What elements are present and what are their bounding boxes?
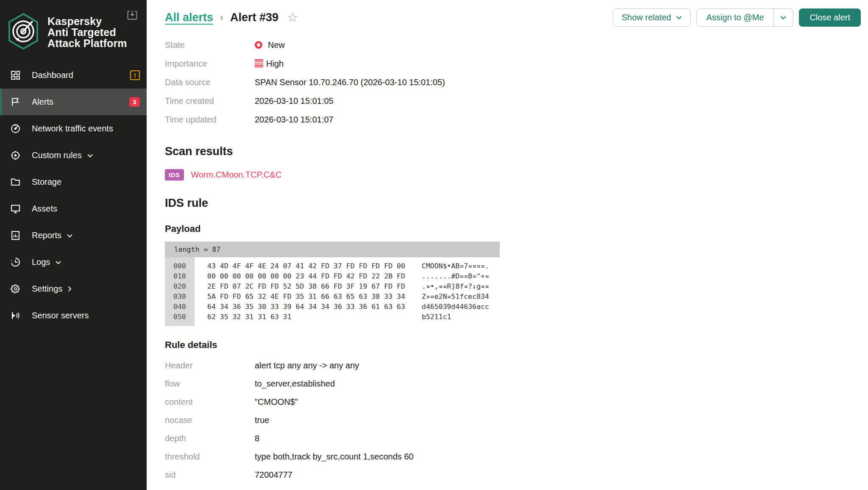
- topbar: All alerts › Alert #39 ☆ Show related As…: [165, 8, 861, 27]
- hex-offset: 050: [165, 313, 195, 321]
- payload-heading: Payload: [165, 223, 861, 234]
- hex-bytes: 00 00 00 00 00 00 00 23 44 FD FD 42 FD 2…: [195, 272, 422, 280]
- rule-value: type both,track by_src,count 1,seconds 6…: [255, 452, 414, 462]
- chevron-down-icon: [67, 234, 73, 238]
- rule-row-depth: depth 8: [165, 429, 861, 448]
- detail-label: Data source: [165, 78, 255, 87]
- detail-label: Time updated: [165, 115, 255, 125]
- payload-length-bar: length = 87: [165, 242, 500, 257]
- scan-results-heading: Scan results: [165, 145, 861, 158]
- rule-key: Header: [165, 361, 255, 370]
- sidebar-item-label: Sensor servers: [32, 311, 89, 320]
- rule-key: depth: [165, 434, 255, 443]
- scan-result-row: IDS Worm.CMoon.TCP.C&C: [165, 169, 861, 181]
- sidebar-item-label: Storage: [32, 177, 61, 187]
- flag-icon: [10, 96, 21, 108]
- show-related-button[interactable]: Show related: [613, 8, 691, 27]
- close-alert-button[interactable]: Close alert: [799, 8, 861, 27]
- sidebar-item-settings[interactable]: Settings: [0, 276, 147, 302]
- state-value: New: [268, 40, 285, 50]
- detail-row-updated: Time updated 2026-03-10 15:01:07: [165, 110, 861, 129]
- detail-value: 2026-03-10 15:01:05: [255, 96, 334, 106]
- hex-bytes: 2E FD 07 2C FD FD 52 5D 38 66 FD 3F 19 6…: [195, 282, 422, 290]
- chevron-right-icon: [67, 286, 72, 292]
- hex-ascii: b5211c1: [422, 313, 451, 321]
- detail-value: New: [255, 40, 285, 50]
- brand: Kaspersky Anti Targeted Attack Platform: [0, 0, 147, 52]
- sidebar-item-label: Alerts: [32, 97, 53, 107]
- rule-row-nocase: nocase true: [165, 411, 861, 429]
- sidebar-nav: Dashboard ! Alerts 3 Network traffic eve…: [0, 62, 147, 329]
- target-icon: [10, 150, 21, 161]
- download-icon[interactable]: [125, 8, 139, 22]
- rule-value: true: [255, 415, 269, 425]
- assign-to-me-button[interactable]: Assign to @Me: [697, 9, 773, 26]
- importance-value: High: [266, 59, 284, 69]
- scan-result-link[interactable]: Worm.CMoon.TCP.C&C: [191, 170, 282, 180]
- rule-value: 8: [255, 434, 259, 443]
- sidebar-item-label: Reports: [32, 231, 61, 240]
- hex-offset: 020: [165, 282, 195, 290]
- rule-key: nocase: [165, 415, 255, 425]
- hex-offset: 010: [165, 272, 195, 280]
- alerts-count-badge: 3: [129, 97, 140, 107]
- folder-icon: [10, 176, 21, 188]
- hex-row: 040 64 34 36 35 30 33 39 64 34 34 36 33 …: [165, 301, 500, 312]
- dashboard-warning-badge: !: [130, 70, 140, 80]
- dashboard-grid-icon: [10, 70, 21, 81]
- breadcrumb-separator: ›: [220, 11, 223, 23]
- action-buttons: Show related Assign to @Me Close alert: [613, 8, 861, 27]
- monitor-icon: [10, 203, 21, 214]
- rule-key: threshold: [165, 452, 255, 462]
- main-content: All alerts › Alert #39 ☆ Show related As…: [147, 0, 868, 490]
- rule-key: content: [165, 397, 255, 407]
- sidebar-item-network-traffic-events[interactable]: Network traffic events: [0, 115, 147, 142]
- hex-row: 020 2E FD 07 2C FD FD 52 5D 38 66 FD 3F …: [165, 281, 500, 291]
- importance-high-icon: [255, 59, 263, 68]
- sidebar-item-sensor-servers[interactable]: Sensor servers: [0, 302, 147, 329]
- assign-split-button: Assign to @Me: [696, 8, 793, 27]
- detail-row-importance: Importance High: [165, 54, 861, 73]
- alert-details: State New Importance High Data source SP…: [165, 36, 861, 129]
- detail-value: High: [255, 59, 284, 69]
- sidebar-item-alerts[interactable]: Alerts 3: [0, 89, 147, 115]
- detail-row-state: State New: [165, 36, 861, 54]
- payload-hex-viewer: length = 87 000 43 4D 4F 4F 4E 24 07 41 …: [165, 242, 500, 326]
- sidebar-item-label: Assets: [32, 204, 57, 214]
- sidebar-item-assets[interactable]: Assets: [0, 195, 147, 222]
- hex-row: 010 00 00 00 00 00 00 00 23 44 FD FD 42 …: [165, 271, 500, 281]
- hex-ascii: d465039d44636acc: [422, 303, 489, 311]
- favorite-star-icon[interactable]: ☆: [287, 11, 298, 24]
- sidebar-item-reports[interactable]: Reports: [0, 222, 147, 249]
- hex-row: 030 5A FD FD 65 32 4E FD 35 31 66 63 65 …: [165, 291, 500, 301]
- sidebar-item-storage[interactable]: Storage: [0, 169, 147, 195]
- hex-ascii: .......#D¤¤B¤"+¤: [422, 272, 489, 280]
- sidebar-item-custom-rules[interactable]: Custom rules: [0, 142, 147, 169]
- hex-bytes: 64 34 36 35 30 33 39 64 34 34 36 33 36 6…: [195, 303, 422, 311]
- breadcrumb-all-alerts-link[interactable]: All alerts: [165, 11, 213, 24]
- hex-offset: 040: [165, 303, 195, 311]
- sidebar-item-dashboard[interactable]: Dashboard !: [0, 62, 147, 89]
- state-new-icon: [255, 41, 262, 49]
- rule-key: flow: [165, 379, 255, 389]
- hex-bytes: 5A FD FD 65 32 4E FD 35 31 66 63 65 63 3…: [195, 292, 422, 301]
- hex-bytes: 43 4D 4F 4F 4E 24 07 41 42 FD 37 FD FD F…: [195, 262, 422, 270]
- ids-tag-badge: IDS: [165, 169, 184, 181]
- brand-title: Kaspersky Anti Targeted Attack Platform: [47, 16, 127, 49]
- sidebar: Kaspersky Anti Targeted Attack Platform …: [0, 0, 147, 490]
- chevron-down-icon: [676, 16, 682, 19]
- assign-dropdown-button[interactable]: [773, 9, 793, 26]
- chevron-down-icon: [55, 260, 61, 264]
- sidebar-item-label: Logs: [32, 257, 50, 267]
- detail-row-created: Time created 2026-03-10 15:01:05: [165, 92, 861, 110]
- show-related-label: Show related: [622, 13, 671, 22]
- rule-row-header: Header alert tcp any any -> any any: [165, 356, 861, 375]
- kaspersky-logo-icon: [7, 13, 40, 52]
- detail-label: Importance: [165, 59, 255, 69]
- rule-details-heading: Rule details: [165, 340, 861, 351]
- hex-ascii: .¤•,¤¤R]8f¤?↓g¤¤: [422, 282, 489, 290]
- rule-row-sid: sid 72004777: [165, 466, 861, 484]
- sidebar-item-logs[interactable]: Logs: [0, 249, 147, 276]
- detail-label: State: [165, 40, 255, 50]
- traffic-gauge-icon: [10, 123, 21, 134]
